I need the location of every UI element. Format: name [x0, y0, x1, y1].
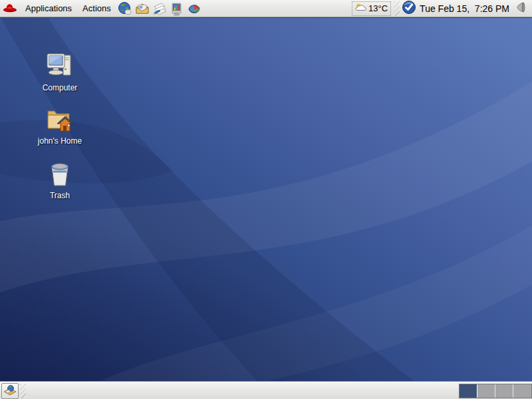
desktop-wallpaper[interactable]: Computer john's Home [0, 18, 532, 381]
desktop-icon-computer[interactable]: Computer [20, 51, 100, 92]
computer-icon [20, 51, 100, 80]
menu-applications[interactable]: Applications [20, 0, 77, 17]
weather-applet[interactable]: 13°C [352, 1, 391, 16]
volume-applet[interactable] [513, 1, 528, 17]
workspace-4[interactable] [513, 384, 531, 398]
workspace-2[interactable] [477, 384, 495, 398]
web-browser-icon [118, 1, 132, 16]
applet-drag-handle[interactable] [394, 1, 400, 16]
bottom-panel [0, 382, 532, 399]
show-desktop-button[interactable] [1, 383, 19, 399]
cloud-sun-icon [355, 3, 367, 14]
window-list-drag-handle[interactable] [20, 384, 26, 398]
home-folder-icon [20, 104, 100, 134]
presentation-launcher[interactable] [168, 0, 186, 17]
update-notifier-applet[interactable] [401, 1, 417, 17]
desktop-icon-label: john's Home [20, 136, 100, 146]
desktop-icon-trash[interactable]: Trash [20, 159, 100, 200]
email-icon [135, 1, 150, 16]
spreadsheet-icon [187, 1, 201, 16]
show-desktop-icon [3, 384, 17, 398]
desktop-screen: Applications Actions [0, 0, 532, 399]
word-processor-icon [152, 1, 167, 16]
desktop-icon-label: Computer [20, 83, 100, 92]
workspace-switcher[interactable] [459, 384, 532, 398]
web-browser-launcher[interactable] [116, 0, 134, 17]
speaker-icon [515, 1, 526, 16]
update-check-icon [402, 0, 416, 17]
word-processor-launcher[interactable] [151, 0, 168, 17]
workspace-3[interactable] [495, 384, 513, 398]
spreadsheet-launcher[interactable] [186, 0, 203, 17]
clock-applet[interactable]: Tue Feb 15, 7:26 PM [417, 3, 513, 14]
desktop-icon-label: Trash [20, 191, 100, 200]
main-menu-button[interactable] [0, 0, 20, 17]
desktop-icon-home[interactable]: john's Home [20, 104, 100, 146]
workspace-1[interactable] [460, 384, 477, 398]
trash-icon [20, 159, 100, 188]
email-launcher[interactable] [134, 0, 151, 17]
weather-temperature: 13°C [368, 3, 388, 13]
presentation-icon [170, 1, 184, 16]
top-panel: Applications Actions [0, 0, 532, 17]
menu-actions[interactable]: Actions [77, 0, 116, 17]
redhat-fedora-icon [3, 2, 17, 15]
